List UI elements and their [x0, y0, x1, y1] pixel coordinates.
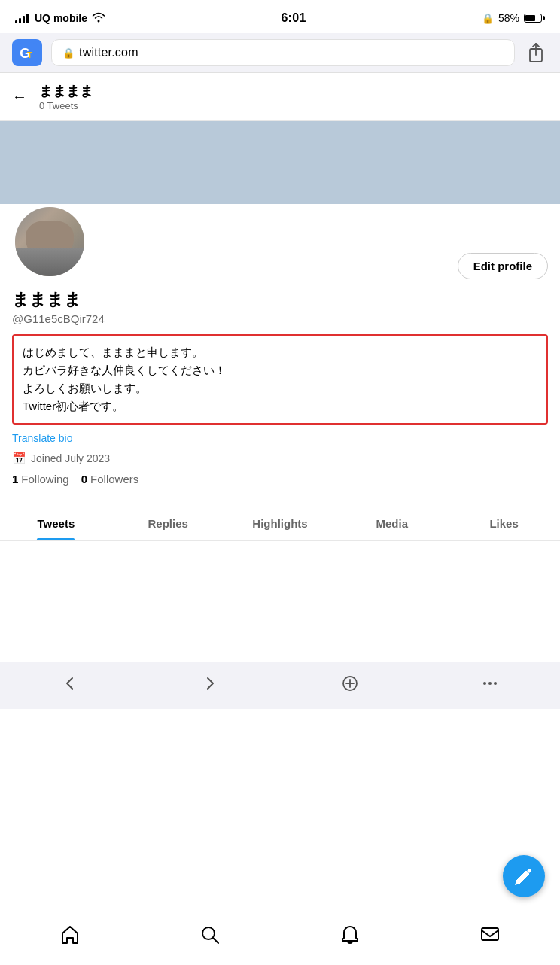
- joined-date: Joined July 2023: [31, 452, 110, 464]
- tab-highlights[interactable]: Highlights: [224, 507, 336, 540]
- followers-count: 0: [81, 473, 87, 486]
- compose-fab-button[interactable]: [503, 855, 545, 897]
- header-tweet-count: 0 Tweets: [39, 100, 93, 111]
- calendar-icon: 📅: [12, 452, 26, 465]
- profile-avatar-row: Edit profile: [12, 204, 548, 288]
- content-area: [0, 541, 560, 662]
- tab-replies-label: Replies: [148, 517, 188, 530]
- profile-section: Edit profile まままま @G11e5cBQir724 はじめまして、…: [0, 204, 560, 507]
- browser-new-tab-button[interactable]: [327, 670, 373, 697]
- translate-bio-link[interactable]: Translate bio: [12, 432, 548, 444]
- nav-notifications[interactable]: [331, 920, 369, 950]
- time-display: 6:01: [281, 11, 306, 25]
- browser-bottom-bar: [0, 662, 560, 709]
- notifications-icon: [339, 924, 361, 945]
- browser-forward-button[interactable]: [187, 670, 233, 697]
- edit-profile-button[interactable]: Edit profile: [458, 253, 548, 279]
- profile-username: @G11e5cBQir724: [12, 312, 548, 325]
- browser-back-button[interactable]: [47, 670, 93, 697]
- profile-display-name: まままま: [12, 288, 548, 311]
- status-left: UQ mobile: [15, 12, 105, 25]
- bio-line4: Twitter初心者です。: [23, 400, 123, 412]
- header-display-name: まままま: [39, 82, 93, 100]
- share-button[interactable]: [524, 41, 548, 65]
- signal-bars: [15, 13, 29, 23]
- home-icon: [59, 924, 81, 945]
- search-icon: [199, 924, 221, 945]
- status-right: 🔒 58%: [482, 12, 545, 24]
- nav-home[interactable]: [51, 920, 89, 950]
- bio-line1: はじめまして、まままと申します。: [23, 346, 203, 358]
- tab-tweets-label: Tweets: [38, 517, 75, 530]
- followers-label: Followers: [90, 473, 138, 486]
- tab-replies[interactable]: Replies: [112, 507, 224, 540]
- bio-box: はじめまして、まままと申します。 カピバラ好きな人仲良くしてください！ よろしく…: [12, 334, 548, 425]
- profile-tabs: Tweets Replies Highlights Media Likes: [0, 507, 560, 541]
- compose-icon: [514, 866, 534, 886]
- bio-line2: カピバラ好きな人仲良くしてください！: [23, 364, 226, 376]
- svg-point-7: [483, 682, 486, 685]
- tab-likes[interactable]: Likes: [448, 507, 560, 540]
- back-button[interactable]: ←: [12, 88, 27, 105]
- follow-stats: 1 Following 0 Followers: [12, 473, 548, 486]
- following-label: Following: [21, 473, 68, 486]
- carrier-label: UQ mobile: [35, 12, 87, 24]
- tab-tweets[interactable]: Tweets: [0, 507, 112, 540]
- tab-media[interactable]: Media: [336, 507, 448, 540]
- url-lock-icon: 🔒: [62, 47, 75, 59]
- battery-percent: 58%: [498, 12, 519, 24]
- messages-icon: [479, 924, 501, 945]
- following-stat[interactable]: 1 Following: [12, 473, 69, 486]
- bottom-nav: [0, 912, 560, 965]
- tab-media-label: Media: [376, 517, 409, 530]
- browser-bar: G T 🔒 twitter.com: [0, 33, 560, 73]
- tab-highlights-label: Highlights: [252, 517, 307, 530]
- wifi-icon: [92, 12, 105, 25]
- avatar[interactable]: [12, 204, 87, 279]
- bio-line3: よろしくお願いします。: [23, 382, 147, 394]
- url-bar[interactable]: 🔒 twitter.com: [51, 39, 515, 66]
- following-count: 1: [12, 473, 18, 486]
- google-translate-icon[interactable]: G T: [12, 39, 42, 66]
- header-user-info: まままま 0 Tweets: [39, 82, 93, 111]
- followers-stat[interactable]: 0 Followers: [81, 473, 139, 486]
- nav-messages[interactable]: [471, 920, 509, 950]
- status-bar: UQ mobile 6:01 🔒 58%: [0, 0, 560, 33]
- avatar-image: [15, 207, 84, 276]
- bio-text: はじめまして、まままと申します。 カピバラ好きな人仲良くしてください！ よろしく…: [23, 343, 537, 416]
- svg-rect-5: [482, 928, 498, 940]
- svg-text:T: T: [27, 50, 32, 59]
- svg-point-8: [488, 682, 492, 685]
- battery-icon: [524, 14, 545, 23]
- joined-row: 📅 Joined July 2023: [12, 452, 548, 465]
- lock-status-icon: 🔒: [482, 13, 494, 24]
- tab-likes-label: Likes: [489, 517, 518, 530]
- svg-point-9: [494, 682, 497, 685]
- browser-more-button[interactable]: [467, 670, 513, 697]
- url-text: twitter.com: [79, 46, 138, 59]
- twitter-header: ← まままま 0 Tweets: [0, 73, 560, 121]
- nav-search[interactable]: [191, 920, 229, 950]
